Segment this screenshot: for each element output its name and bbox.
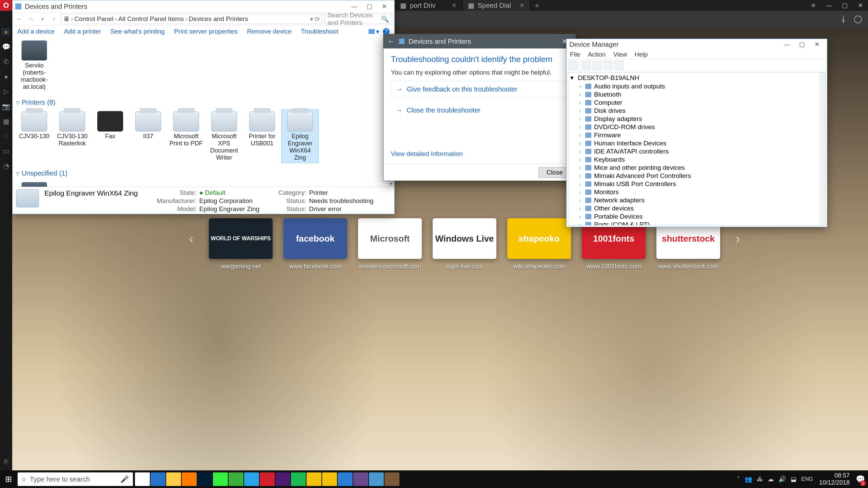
start-button[interactable]: ⊞: [0, 470, 17, 488]
tree-node[interactable]: ›Disk drives: [568, 107, 825, 115]
give-feedback-option[interactable]: → Give feedback on this troubleshooter: [391, 81, 568, 98]
taskbar-app-ps[interactable]: [197, 472, 212, 486]
breadcrumb-item[interactable]: Devices and Printers: [189, 15, 248, 23]
recent-button[interactable]: ▾: [38, 14, 47, 24]
expand-icon[interactable]: ›: [578, 108, 583, 114]
new-tab-button[interactable]: ＋: [530, 0, 544, 11]
grid-icon[interactable]: ▦: [2, 117, 10, 125]
expand-icon[interactable]: ›: [578, 165, 583, 170]
tree-node[interactable]: ›Display adapters: [568, 115, 825, 123]
close-troubleshooter-option[interactable]: → Close the troubleshooter: [391, 102, 568, 118]
expand-icon[interactable]: ›: [578, 206, 583, 211]
book-icon[interactable]: ▭: [2, 147, 10, 155]
speeddial-tile[interactable]: shapeokowiki.shapeoko.com: [507, 218, 571, 270]
taskbar-app-spotify[interactable]: [291, 472, 306, 486]
download-icon[interactable]: ⭳: [838, 14, 849, 24]
menu-view[interactable]: View: [613, 51, 627, 58]
search-input[interactable]: Search Devices and Printers 🔍: [324, 14, 392, 24]
sidebar-collapse-icon[interactable]: ⎘: [2, 458, 10, 466]
breadcrumb-item[interactable]: All Control Panel Items: [118, 15, 184, 23]
taskbar-app-gimp[interactable]: [384, 472, 399, 486]
expand-icon[interactable]: ›: [578, 181, 583, 187]
expand-icon[interactable]: ›: [578, 222, 583, 225]
expand-icon[interactable]: ›: [578, 214, 583, 219]
speeddial-tile[interactable]: Microsoftanswers.microsoft.com: [358, 218, 422, 270]
back-icon[interactable]: ←: [388, 37, 395, 46]
tray-people-icon[interactable]: 👥: [745, 475, 752, 483]
expand-icon[interactable]: ›: [578, 173, 583, 179]
taskbar-app-paint[interactable]: [369, 472, 384, 486]
clock-icon[interactable]: ◔: [2, 162, 10, 170]
menu-file[interactable]: File: [570, 51, 580, 58]
expand-icon[interactable]: ›: [578, 189, 583, 195]
device-item[interactable]: CJV30-130 Rasterlink: [54, 110, 91, 163]
toolbar-button[interactable]: [604, 61, 612, 69]
taskbar-app-opera[interactable]: [260, 472, 275, 486]
toolbar-button[interactable]: [614, 61, 623, 69]
close-button[interactable]: ✕: [377, 0, 392, 13]
back-button[interactable]: ←: [15, 14, 24, 24]
close-icon[interactable]: ✕: [452, 2, 457, 9]
speeddial-tile[interactable]: facebookwww.facebook.com: [283, 218, 347, 270]
breadcrumb-dropdown-icon[interactable]: ▾: [310, 15, 313, 23]
browser-tab-1[interactable]: ▦ Speed Dial ✕: [462, 0, 530, 11]
group-header[interactable]: ▽Printers (8): [13, 97, 394, 108]
tree-node[interactable]: ›Human Interface Devices: [568, 139, 825, 147]
maximize-button[interactable]: ▢: [837, 0, 852, 11]
view-detailed-link[interactable]: View detailed information: [391, 150, 568, 158]
tree-node[interactable]: ›Mice and other pointing devices: [568, 164, 825, 172]
tray-eng-icon[interactable]: ENG: [801, 476, 813, 482]
expand-icon[interactable]: ›: [578, 92, 583, 97]
taskbar-clock[interactable]: 08:57 10/12/2018: [819, 472, 850, 486]
tray-net-icon[interactable]: 🖧: [757, 476, 763, 483]
opera-logo[interactable]: O: [0, 0, 12, 11]
device-item[interactable]: CJV30-130: [16, 110, 53, 163]
tree-node[interactable]: ›Mimaki Advanced Port Controllers: [568, 172, 825, 180]
taskbar-app-ie[interactable]: [244, 472, 259, 486]
minimize-button[interactable]: —: [347, 0, 362, 13]
maximize-button[interactable]: ▢: [362, 0, 377, 13]
expand-icon[interactable]: ›: [578, 149, 583, 154]
device-item[interactable]: Microsoft XPS Document Writer: [206, 110, 242, 163]
forward-button[interactable]: →: [26, 14, 36, 24]
scroll-down-button[interactable]: ▾: [388, 181, 394, 187]
heart-icon[interactable]: ♡: [2, 132, 10, 140]
device-item[interactable]: Epilog Engraver WinX64 Zing: [282, 110, 318, 163]
tree-node[interactable]: ›Other devices: [568, 204, 825, 212]
refresh-icon[interactable]: ⟳: [315, 15, 320, 23]
taskbar-search[interactable]: ○ Type here to search 🎤: [18, 472, 133, 486]
device-item[interactable]: Fax: [92, 110, 129, 163]
breadcrumb-item[interactable]: Control Panel: [74, 15, 113, 23]
expand-icon[interactable]: ›: [578, 84, 583, 89]
tree-node[interactable]: ›Ports (COM & LPT): [568, 221, 825, 225]
whatsapp-icon[interactable]: ✆: [2, 58, 10, 66]
amazon-icon[interactable]: a: [2, 28, 10, 36]
opera-menu-icon[interactable]: ≡: [806, 0, 821, 11]
taskbar-app-e[interactable]: [307, 472, 321, 486]
tree-node[interactable]: ›Firmware: [568, 131, 825, 139]
camera-icon[interactable]: 📷: [2, 102, 10, 110]
menu-action[interactable]: Action: [588, 51, 606, 58]
spotify-icon[interactable]: ●: [2, 73, 10, 81]
taskbar-app-ai[interactable]: [182, 472, 197, 486]
taskbar-app-corel[interactable]: [229, 472, 243, 486]
cmd-add-a-printer[interactable]: Add a printer: [64, 28, 101, 35]
device-item[interactable]: CJV30-01: [16, 181, 53, 187]
scrollbar[interactable]: [819, 73, 825, 225]
close-icon[interactable]: ✕: [519, 2, 525, 9]
cmd-print-server-properties[interactable]: Print server properties: [174, 28, 238, 35]
close-button[interactable]: ✕: [852, 0, 868, 11]
speeddial-tile[interactable]: Windows Livelogin.live.com: [433, 218, 496, 270]
tree-node[interactable]: ›Bluetooth: [568, 90, 825, 99]
cmd-see-what-s-printing[interactable]: See what's printing: [111, 28, 165, 35]
device-item[interactable]: Serviio (roberts-macbook-air.local): [16, 39, 53, 92]
taskbar-app-app1[interactable]: [275, 472, 290, 486]
toolbar-button[interactable]: [582, 61, 591, 69]
taskbar-app-edge[interactable]: [151, 472, 165, 486]
device-item[interactable]: Printer for USB001: [244, 110, 280, 163]
taskbar-app-app2[interactable]: [322, 472, 337, 486]
taskbar-app-explorer[interactable]: [166, 472, 181, 486]
device-item[interactable]: Microsoft Print to PDF: [168, 110, 204, 163]
tray-up-icon[interactable]: ˄: [737, 475, 740, 483]
tray-onedrive-icon[interactable]: ☁: [768, 475, 774, 483]
